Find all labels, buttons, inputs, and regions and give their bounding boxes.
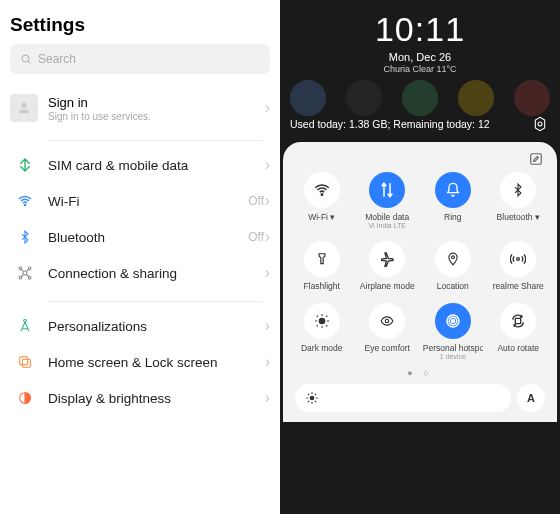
- tile-auto-rotate[interactable]: Auto rotate: [486, 299, 552, 366]
- tile-dark-mode[interactable]: Dark mode: [289, 299, 355, 366]
- eye-icon: [369, 303, 405, 339]
- hotspot-icon: [435, 303, 471, 339]
- tile-label: Airplane mode: [360, 281, 415, 291]
- broadcast-icon: [500, 241, 536, 277]
- chevron-right-icon: ›: [265, 99, 270, 117]
- row-label: SIM card & mobile data: [48, 158, 270, 173]
- compass-icon: [14, 318, 36, 334]
- svg-rect-32: [516, 318, 521, 323]
- row-connection[interactable]: Connection & sharing ›: [0, 255, 280, 291]
- tile-mobile-data[interactable]: Mobile data Vi India LTE: [355, 168, 421, 235]
- svg-line-26: [326, 316, 327, 317]
- tile-flashlight[interactable]: Flashlight: [289, 237, 355, 297]
- chevron-right-icon: ›: [265, 317, 270, 335]
- tile-hotspot[interactable]: Personal hotspot 1 device: [420, 299, 486, 366]
- row-label: Display & brightness: [48, 391, 270, 406]
- row-bluetooth[interactable]: Bluetooth Off ›: [0, 219, 280, 255]
- svg-point-28: [386, 319, 390, 323]
- svg-point-9: [24, 319, 27, 322]
- search-placeholder: Search: [38, 52, 76, 66]
- location-icon: [435, 241, 471, 277]
- row-label: Connection & sharing: [48, 266, 270, 281]
- data-icon: [369, 172, 405, 208]
- tile-bluetooth[interactable]: Bluetooth ▾: [486, 168, 552, 235]
- chevron-right-icon: ›: [265, 156, 270, 174]
- row-label: Bluetooth: [48, 230, 248, 245]
- row-status: Off: [248, 230, 264, 244]
- tile-ring[interactable]: Ring: [420, 168, 486, 235]
- settings-gear-icon[interactable]: [530, 114, 550, 134]
- bluetooth-icon: [500, 172, 536, 208]
- chevron-right-icon: ›: [265, 192, 270, 210]
- tile-airplane[interactable]: Airplane mode: [355, 237, 421, 297]
- svg-line-41: [308, 401, 309, 402]
- airplane-icon: [369, 241, 405, 277]
- svg-point-17: [451, 256, 454, 259]
- bluetooth-icon: [14, 229, 36, 245]
- row-wifi[interactable]: Wi-Fi Off ›: [0, 183, 280, 219]
- svg-point-33: [310, 396, 315, 401]
- settings-pane: Settings Search Sign in Sign in to use s…: [0, 0, 280, 514]
- row-personalizations[interactable]: Personalizations ›: [0, 308, 280, 344]
- svg-rect-10: [20, 357, 28, 365]
- flashlight-icon: [304, 241, 340, 277]
- tile-wifi[interactable]: Wi-Fi ▾: [289, 168, 355, 235]
- chevron-right-icon: ›: [265, 264, 270, 282]
- svg-line-38: [308, 394, 309, 395]
- signin-subtitle: Sign in to use services.: [48, 111, 151, 122]
- date: Mon, Dec 26: [280, 51, 560, 63]
- tile-label: Personal hotspot: [423, 343, 483, 353]
- row-display[interactable]: Display & brightness ›: [0, 380, 280, 416]
- tile-label: Bluetooth ▾: [497, 212, 540, 222]
- search-icon: [20, 53, 32, 65]
- svg-marker-13: [535, 117, 544, 130]
- share-icon: [14, 265, 36, 281]
- brightness-icon: [305, 391, 319, 405]
- svg-point-16: [321, 194, 323, 196]
- svg-point-19: [318, 318, 325, 325]
- row-label: Home screen & Lock screen: [48, 355, 270, 370]
- tile-label: Location: [437, 281, 469, 291]
- tile-label: Eye comfort: [365, 343, 410, 353]
- svg-point-18: [517, 258, 520, 261]
- row-label: Wi-Fi: [48, 194, 248, 209]
- data-usage: Used today: 1.38 GB; Remaining today: 12: [290, 118, 490, 130]
- avatar-icon: [10, 94, 38, 122]
- svg-line-27: [317, 325, 318, 326]
- row-status: Off: [248, 194, 264, 208]
- bell-icon: [435, 172, 471, 208]
- chevron-right-icon: ›: [265, 353, 270, 371]
- tile-label: Flashlight: [304, 281, 340, 291]
- tile-label: Dark mode: [301, 343, 343, 353]
- page-dots: ● ○: [289, 368, 551, 378]
- auto-brightness-button[interactable]: A: [517, 384, 545, 412]
- svg-point-14: [538, 122, 542, 126]
- svg-point-3: [24, 204, 25, 205]
- signin-row[interactable]: Sign in Sign in to use services. ›: [0, 84, 280, 130]
- svg-point-29: [451, 320, 454, 323]
- tile-realme-share[interactable]: realme Share: [486, 237, 552, 297]
- edit-icon[interactable]: [529, 152, 543, 170]
- layers-icon: [14, 354, 36, 370]
- svg-line-25: [326, 325, 327, 326]
- svg-rect-15: [531, 154, 542, 165]
- svg-line-39: [315, 401, 316, 402]
- tile-label: realme Share: [493, 281, 544, 291]
- tile-label: Mobile data: [365, 212, 409, 222]
- tile-eye-comfort[interactable]: Eye comfort: [355, 299, 421, 366]
- svg-point-2: [21, 103, 26, 108]
- svg-point-4: [23, 271, 27, 275]
- svg-line-1: [28, 61, 31, 64]
- divider: [48, 301, 262, 302]
- brightness-slider[interactable]: [295, 384, 511, 412]
- tile-label: Ring: [444, 212, 461, 222]
- row-home-lock[interactable]: Home screen & Lock screen ›: [0, 344, 280, 380]
- search-input[interactable]: Search: [10, 44, 270, 74]
- tile-location[interactable]: Location: [420, 237, 486, 297]
- sim-icon: [14, 157, 36, 173]
- row-sim[interactable]: SIM card & mobile data ›: [0, 147, 280, 183]
- wifi-icon: [304, 172, 340, 208]
- clock: 10:11: [280, 10, 560, 49]
- divider: [48, 140, 262, 141]
- tile-label: Auto rotate: [497, 343, 539, 353]
